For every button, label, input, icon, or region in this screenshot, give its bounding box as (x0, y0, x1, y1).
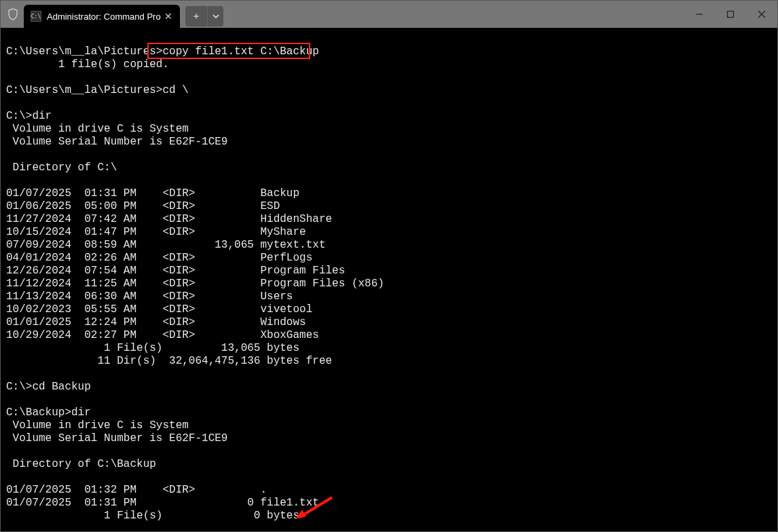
terminal-line: 11/27/2024 07:42 AM <DIR> HiddenShare (6, 213, 777, 226)
terminal-line: Volume in drive C is System (6, 123, 777, 136)
terminal-line: Directory of C:\ (6, 162, 777, 174)
terminal-line (6, 71, 777, 84)
minimize-button[interactable] (684, 1, 715, 28)
tab-admin-cmd[interactable]: C:\ Administrator: Command Pro ✕ (24, 5, 180, 28)
terminal-line: Volume Serial Number is E62F-1CE9 (6, 432, 777, 445)
terminal-line: 10/29/2024 02:27 PM <DIR> XboxGames (6, 329, 777, 342)
terminal-line: C:\Users\m__la\Pictures>copy file1.txt C… (6, 45, 777, 58)
shield-icon (6, 7, 20, 21)
terminal-line (6, 149, 777, 162)
terminal-line: 11/13/2024 06:30 AM <DIR> Users (6, 290, 777, 303)
terminal-line: 01/01/2025 12:24 PM <DIR> Windows (6, 316, 777, 329)
terminal-line: 01/07/2025 01:32 PM <DIR> . (6, 484, 777, 497)
terminal-line (6, 368, 777, 381)
terminal-line: 1 File(s) 13,065 bytes (6, 342, 777, 355)
terminal-line (6, 471, 777, 484)
terminal-line: 10/15/2024 01:47 PM <DIR> MyShare (6, 226, 777, 239)
titlebar[interactable]: C:\ Administrator: Command Pro ✕ ＋ (1, 1, 777, 28)
terminal-line: Directory of C:\Backup (6, 458, 777, 471)
terminal-line: 12/26/2024 07:54 AM <DIR> Program Files (6, 265, 777, 278)
terminal-line (6, 97, 777, 110)
terminal-line: 11 Dir(s) 32,064,475,136 bytes free (6, 355, 777, 368)
terminal-line: 1 file(s) copied. (6, 58, 777, 71)
terminal-line: 11/12/2024 11:25 AM <DIR> Program Files … (6, 278, 777, 290)
terminal-line: 01/06/2025 05:00 PM <DIR> ESD (6, 200, 777, 213)
terminal-line: Volume Serial Number is E62F-1CE9 (6, 136, 777, 149)
close-tab-button[interactable]: ✕ (162, 10, 174, 22)
cmd-icon: C:\ (31, 11, 41, 22)
terminal-line: C:\Backup>dir (6, 406, 777, 419)
titlebar-left: C:\ Administrator: Command Pro ✕ ＋ (1, 1, 223, 28)
terminal-line: 1 File(s) 0 bytes (6, 510, 777, 522)
terminal-line: 10/02/2023 05:55 AM <DIR> vivetool (6, 303, 777, 316)
window-controls (684, 1, 777, 28)
terminal-line: C:\>dir (6, 110, 777, 123)
terminal-line: 01/07/2025 01:31 PM 0 file1.txt (6, 497, 777, 510)
terminal-line: 04/01/2024 02:26 AM <DIR> PerfLogs (6, 252, 777, 265)
terminal-line (6, 174, 777, 187)
terminal-output[interactable]: C:\Users\m__la\Pictures>copy file1.txt C… (1, 28, 777, 531)
newtab-controls: ＋ (185, 3, 223, 26)
close-window-button[interactable] (746, 1, 777, 28)
terminal-line: 01/07/2025 01:31 PM <DIR> Backup (6, 187, 777, 200)
tab-dropdown-button[interactable] (207, 6, 223, 26)
terminal-line: C:\>cd Backup (6, 381, 777, 394)
terminal-line: Volume in drive C is System (6, 419, 777, 432)
maximize-button[interactable] (715, 1, 746, 28)
terminal-line (6, 445, 777, 458)
terminal-line (6, 394, 777, 406)
svg-rect-1 (728, 12, 734, 18)
tab-title: Administrator: Command Pro (47, 12, 161, 22)
terminal-line: C:\Users\m__la\Pictures>cd \ (6, 84, 777, 97)
new-tab-button[interactable]: ＋ (185, 6, 207, 26)
terminal-window: C:\ Administrator: Command Pro ✕ ＋ C (0, 0, 778, 532)
terminal-line: 07/09/2024 08:59 AM 13,065 mytext.txt (6, 239, 777, 252)
